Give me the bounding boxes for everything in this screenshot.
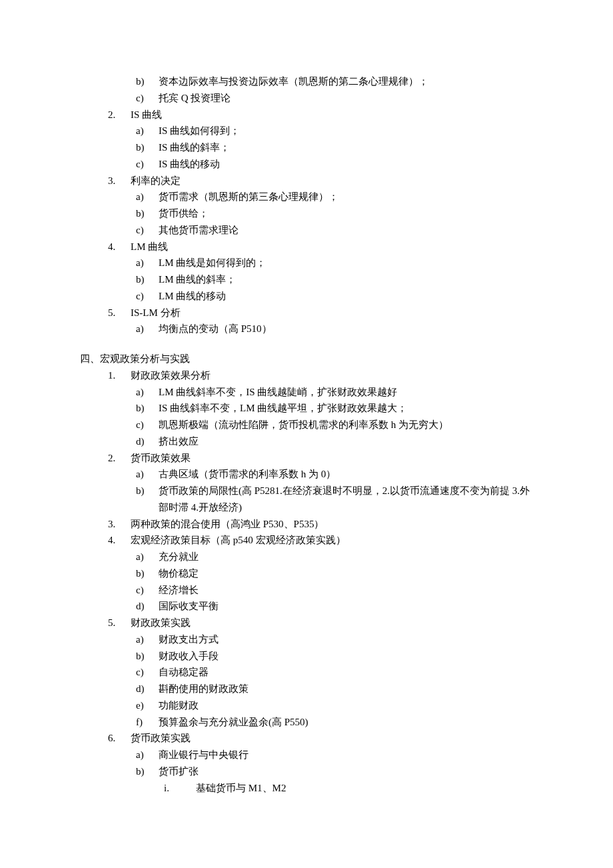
list-text: 财政支出方式 (159, 631, 533, 648)
list-item: a) 充分就业 (80, 549, 533, 565)
list-marker: c) (136, 582, 159, 599)
list-text: 其他货币需求理论 (159, 222, 533, 239)
section-header: 四、宏观政策分析与实践 (80, 351, 533, 367)
list-text: 货币政策实践 (131, 730, 533, 747)
list-text: 斟酌使用的财政政策 (159, 681, 533, 697)
list-text: 基础货币与 M1、M2 (196, 780, 533, 797)
list-marker: 3. (108, 516, 131, 533)
list-item: a) 财政支出方式 (80, 631, 533, 648)
list-marker: c) (136, 417, 159, 433)
list-text: IS 曲线 (131, 107, 533, 123)
list-text: 挤出效应 (159, 433, 533, 450)
list-text: 利率的决定 (131, 173, 533, 189)
list-item: 5. IS-LM 分析 (80, 305, 533, 321)
list-marker: b) (136, 648, 159, 665)
list-item: b) 物价稳定 (80, 565, 533, 582)
list-marker: c) (136, 222, 159, 239)
list-marker: a) (136, 189, 159, 205)
list-text: 财政政策效果分析 (131, 367, 533, 384)
list-text: 物价稳定 (159, 565, 533, 582)
list-text: IS 曲线的移动 (159, 156, 533, 173)
list-marker: a) (136, 255, 159, 271)
list-text: LM 曲线的斜率； (159, 271, 533, 288)
list-marker: e) (136, 697, 159, 714)
list-marker: a) (136, 384, 159, 401)
list-text: LM 曲线的移动 (159, 288, 533, 305)
list-marker: b) (136, 483, 159, 499)
list-item: c) 自动稳定器 (80, 664, 533, 681)
list-text: IS 曲线的斜率； (159, 139, 533, 156)
list-marker: 1. (108, 367, 131, 384)
list-text: 货币扩张 (159, 763, 533, 780)
list-text: 预算盈余与充分就业盈余(高 P550) (159, 714, 533, 731)
list-item: 4. 宏观经济政策目标（高 p540 宏观经济政策实践） (80, 532, 533, 549)
list-marker: 2. (108, 450, 131, 467)
list-item: c) 凯恩斯极端（流动性陷阱，货币投机需求的利率系数 h 为无穷大） (80, 417, 533, 433)
list-item: d) 国际收支平衡 (80, 598, 533, 615)
list-item: a) IS 曲线如何得到； (80, 123, 533, 139)
list-marker: d) (136, 681, 159, 697)
list-item: 6. 货币政策实践 (80, 730, 533, 747)
list-text: 国际收支平衡 (159, 598, 533, 615)
list-text: 自动稳定器 (159, 664, 533, 681)
list-item: 3. 两种政策的混合使用（高鸿业 P530、P535） (80, 516, 533, 533)
list-marker: 5. (108, 615, 131, 631)
list-text: 货币政策效果 (131, 450, 533, 467)
list-text: 货币需求（凯恩斯的第三条心理规律）； (159, 189, 533, 205)
list-item: b) LM 曲线的斜率； (80, 271, 533, 288)
list-marker: b) (136, 205, 159, 222)
list-marker: 3. (108, 173, 131, 189)
list-item: b) 资本边际效率与投资边际效率（凯恩斯的第二条心理规律）； (80, 73, 533, 90)
list-marker: 6. (108, 730, 131, 747)
list-item: c) 经济增长 (80, 582, 533, 599)
list-item: b) 货币扩张 (80, 763, 533, 780)
list-item: a) 商业银行与中央银行 (80, 747, 533, 763)
list-marker: b) (136, 73, 159, 90)
list-item: f) 预算盈余与充分就业盈余(高 P550) (80, 714, 533, 731)
list-marker: a) (136, 549, 159, 565)
list-text: 两种政策的混合使用（高鸿业 P530、P535） (131, 516, 533, 533)
list-marker: 2. (108, 107, 131, 123)
list-marker: c) (136, 288, 159, 305)
list-item: a) 古典区域（货币需求的利率系数 h 为 0） (80, 466, 533, 483)
list-text: LM 曲线 (131, 239, 533, 255)
list-item: d) 斟酌使用的财政政策 (80, 681, 533, 697)
list-text: 均衡点的变动（高 P510） (159, 321, 533, 337)
list-marker: b) (136, 763, 159, 780)
list-text: 凯恩斯极端（流动性陷阱，货币投机需求的利率系数 h 为无穷大） (159, 417, 533, 433)
list-item: b) 货币政策的局限性(高 P5281.在经济衰退时不明显，2.以货币流通速度不… (80, 483, 533, 516)
list-marker: a) (136, 631, 159, 648)
list-marker: a) (136, 321, 159, 337)
list-marker: b) (136, 400, 159, 417)
list-marker: d) (136, 433, 159, 450)
list-item: 5. 财政政策实践 (80, 615, 533, 631)
list-item: c) LM 曲线的移动 (80, 288, 533, 305)
list-text: 经济增长 (159, 582, 533, 599)
list-marker: c) (136, 90, 159, 107)
list-item: a) LM 曲线是如何得到的； (80, 255, 533, 271)
list-marker: 4. (108, 239, 131, 255)
list-text: 资本边际效率与投资边际效率（凯恩斯的第二条心理规律）； (159, 73, 533, 90)
list-marker: b) (136, 271, 159, 288)
list-text: 宏观经济政策目标（高 p540 宏观经济政策实践） (131, 532, 533, 549)
list-marker: b) (136, 565, 159, 582)
list-marker: 5. (108, 305, 131, 321)
list-marker: c) (136, 156, 159, 173)
list-text: LM 曲线斜率不变，IS 曲线越陡峭，扩张财政效果越好 (159, 384, 533, 401)
list-item: b) IS 曲线斜率不变，LM 曲线越平坦，扩张财政效果越大； (80, 400, 533, 417)
list-item: 1. 财政政策效果分析 (80, 367, 533, 384)
list-item: b) 财政收入手段 (80, 648, 533, 665)
list-text: 功能财政 (159, 697, 533, 714)
list-item: i. 基础货币与 M1、M2 (80, 780, 533, 797)
list-text: 充分就业 (159, 549, 533, 565)
list-text: 财政政策实践 (131, 615, 533, 631)
list-item: c) IS 曲线的移动 (80, 156, 533, 173)
list-text: IS-LM 分析 (131, 305, 533, 321)
list-marker: a) (136, 466, 159, 483)
list-marker: 4. (108, 532, 131, 549)
list-item: 2. 货币政策效果 (80, 450, 533, 467)
list-item: 4. LM 曲线 (80, 239, 533, 255)
list-text: 货币供给； (159, 205, 533, 222)
list-item: c) 其他货币需求理论 (80, 222, 533, 239)
list-marker: a) (136, 123, 159, 139)
